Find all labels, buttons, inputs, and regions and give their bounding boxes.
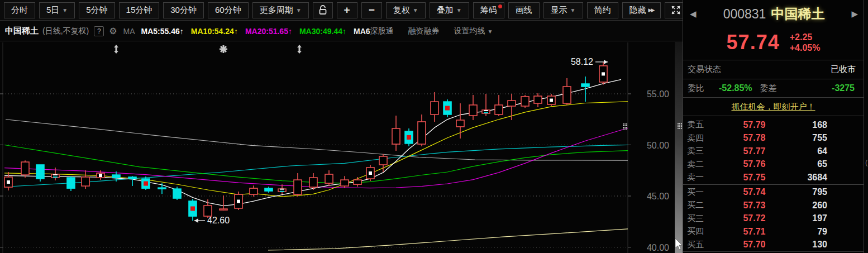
ask-row-5[interactable]: 卖一57.753684	[683, 171, 864, 184]
candle-body[interactable]	[309, 178, 317, 187]
chart-stock-name: 中国稀土	[5, 26, 39, 36]
open-account-link[interactable]: 抓住机会，即刻开户！	[732, 102, 815, 112]
bid-label: 买四	[683, 226, 722, 237]
candle-body[interactable]	[581, 84, 589, 87]
price-change: +2.25	[790, 32, 821, 42]
candle-body[interactable]	[220, 209, 227, 210]
zoom-out-button[interactable]: −	[361, 2, 382, 18]
fuquan-button[interactable]: 复权▼	[386, 2, 426, 18]
lock-button[interactable]	[313, 2, 333, 18]
candle-body[interactable]	[431, 102, 438, 114]
candle-body[interactable]	[158, 188, 166, 189]
candle-body[interactable]	[82, 177, 89, 186]
candle-body[interactable]	[392, 128, 400, 144]
candle-body[interactable]	[21, 162, 29, 175]
tab-more-periods[interactable]: 更多周期▼	[252, 2, 309, 18]
price-change-pct: +4.05%	[790, 42, 821, 53]
candle-marker-stripe	[280, 191, 284, 192]
tab-15min[interactable]: 15分钟	[119, 2, 160, 18]
chevron-down-icon: ▼	[488, 28, 493, 35]
ask-row-4[interactable]: 卖二57.7665	[683, 158, 864, 171]
quote-header: ◀ 000831 中国稀土 ▶	[683, 0, 864, 28]
margin-trading-link[interactable]: 融资融券	[408, 26, 440, 36]
candle-body[interactable]	[534, 96, 542, 103]
tab-30min[interactable]: 30分钟	[163, 2, 204, 18]
candle-body[interactable]	[294, 180, 302, 194]
ma-settings-button[interactable]: 设置均线▼	[454, 26, 493, 36]
event-burst-icon	[222, 47, 225, 51]
tab-5min[interactable]: 5分钟	[79, 2, 115, 18]
tab-fenshi[interactable]: 分时	[4, 2, 35, 18]
y-axis-label: 50.00	[647, 141, 669, 150]
bid-row-2[interactable]: 买二57.73260	[683, 199, 864, 212]
tab-5day[interactable]: 5日▼	[39, 2, 75, 18]
candle-body[interactable]	[67, 178, 75, 188]
event-updown-icon	[299, 47, 301, 51]
prev-stock-arrow-icon[interactable]: ◀	[690, 9, 697, 19]
candle-body[interactable]	[325, 174, 333, 183]
candle-body[interactable]	[250, 188, 257, 194]
ma-value: MA30:49.44↑	[299, 27, 346, 36]
bid-label: 买三	[683, 213, 722, 224]
gear-icon[interactable]: ⚙	[109, 26, 117, 36]
bid-row-5[interactable]: 买五57.70130	[683, 238, 864, 252]
annotation-arrow-head	[604, 60, 608, 64]
chips-button[interactable]: 筹码	[473, 2, 504, 18]
clipped-next-column: (	[864, 0, 868, 253]
candle-body[interactable]	[418, 122, 426, 144]
candle-body[interactable]	[379, 156, 387, 165]
hide-button[interactable]: 隐藏▶▶	[622, 2, 661, 18]
shengutong-link[interactable]: 深股通	[370, 26, 394, 36]
candle-body[interactable]	[354, 180, 361, 184]
candle-body[interactable]	[341, 180, 349, 186]
candle-marker-red	[407, 135, 411, 140]
candle-body[interactable]	[265, 188, 273, 191]
bid-row-1[interactable]: 买一57.74795	[683, 186, 864, 199]
bid-label: 买五	[683, 240, 722, 250]
up-arrow-icon: ↑	[180, 27, 184, 36]
draw-line-button[interactable]: 画线	[508, 2, 540, 18]
axis-grip-handle[interactable]	[623, 123, 624, 125]
bid-book: 买一57.74795买二57.73260买三57.72197买四57.7179买…	[683, 184, 864, 252]
candle-body[interactable]	[495, 105, 503, 114]
candle-body[interactable]	[456, 120, 464, 127]
display-button[interactable]: 显示▼	[543, 2, 583, 18]
candle-body[interactable]	[508, 101, 516, 106]
period-toolbar: 分时5日▼5分钟15分钟30分钟60分钟更多周期▼ +−复权▼叠加▼筹码画线显示…	[0, 0, 683, 21]
candle-body[interactable]	[128, 177, 136, 179]
double-arrow-icon: ▶▶	[648, 7, 654, 13]
candle-body[interactable]	[469, 105, 477, 116]
candle-marker-white	[602, 72, 605, 75]
bid-volume: 260	[786, 201, 827, 211]
candle-marker-white	[550, 99, 553, 102]
divider-grip-handle[interactable]	[678, 123, 679, 124]
help-icon[interactable]: ?	[94, 26, 104, 36]
zoom-in-button[interactable]: +	[337, 2, 357, 18]
price-row: 57.74 +2.25 +4.05%	[683, 28, 864, 60]
tab-60min[interactable]: 60分钟	[208, 2, 249, 18]
event-updown-icon	[297, 51, 302, 54]
bid-price: 57.72	[722, 213, 786, 223]
ask-volume: 65	[786, 159, 827, 169]
simple-button[interactable]: 简约	[587, 2, 618, 18]
ask-row-3[interactable]: 卖三57.7764	[683, 145, 864, 158]
bid-row-4[interactable]: 买四57.7179	[683, 225, 864, 238]
ask-label: 卖五	[683, 120, 722, 130]
chevron-down-icon: ▼	[62, 7, 68, 13]
bid-row-3[interactable]: 买三57.72197	[683, 212, 864, 226]
notification-dot-icon	[498, 4, 502, 8]
overlay-button[interactable]: 叠加▼	[430, 2, 469, 18]
panel-resize-divider[interactable]	[675, 42, 683, 253]
ask-row-1[interactable]: 卖五57.79168	[683, 118, 864, 132]
candle-body[interactable]	[204, 206, 212, 216]
candle-body[interactable]	[521, 97, 529, 106]
ask-price: 57.79	[722, 120, 786, 130]
next-stock-arrow-icon[interactable]: ▶	[851, 9, 858, 19]
ask-price: 57.78	[722, 133, 786, 143]
candle-body[interactable]	[112, 175, 120, 178]
bid-price: 57.71	[722, 227, 786, 237]
candle-body[interactable]	[36, 165, 44, 179]
candle-body[interactable]	[173, 189, 181, 198]
candle-body[interactable]	[563, 87, 571, 103]
ask-row-2[interactable]: 卖四57.78755	[683, 132, 864, 145]
